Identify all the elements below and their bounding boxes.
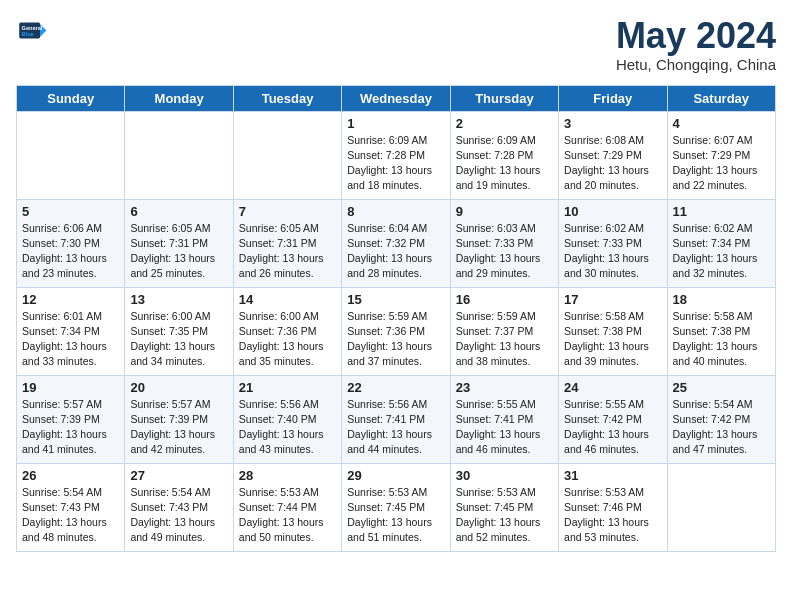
- calendar-table: Sunday Monday Tuesday Wednesday Thursday…: [16, 85, 776, 552]
- day-number: 27: [130, 468, 227, 483]
- col-tuesday: Tuesday: [233, 85, 341, 111]
- day-info: Sunrise: 6:09 AM Sunset: 7:28 PM Dayligh…: [456, 133, 553, 194]
- calendar-cell: 15Sunrise: 5:59 AM Sunset: 7:36 PM Dayli…: [342, 287, 450, 375]
- day-number: 4: [673, 116, 770, 131]
- day-info: Sunrise: 6:08 AM Sunset: 7:29 PM Dayligh…: [564, 133, 661, 194]
- logo: General Blue: [16, 16, 48, 48]
- day-number: 6: [130, 204, 227, 219]
- day-info: Sunrise: 5:54 AM Sunset: 7:42 PM Dayligh…: [673, 397, 770, 458]
- day-info: Sunrise: 5:53 AM Sunset: 7:45 PM Dayligh…: [347, 485, 444, 546]
- day-number: 7: [239, 204, 336, 219]
- calendar-cell: [233, 111, 341, 199]
- col-thursday: Thursday: [450, 85, 558, 111]
- day-info: Sunrise: 5:54 AM Sunset: 7:43 PM Dayligh…: [22, 485, 119, 546]
- calendar-cell: 3Sunrise: 6:08 AM Sunset: 7:29 PM Daylig…: [559, 111, 667, 199]
- day-info: Sunrise: 6:07 AM Sunset: 7:29 PM Dayligh…: [673, 133, 770, 194]
- calendar-cell: 7Sunrise: 6:05 AM Sunset: 7:31 PM Daylig…: [233, 199, 341, 287]
- calendar-cell: 19Sunrise: 5:57 AM Sunset: 7:39 PM Dayli…: [17, 375, 125, 463]
- day-info: Sunrise: 6:05 AM Sunset: 7:31 PM Dayligh…: [239, 221, 336, 282]
- calendar-cell: 26Sunrise: 5:54 AM Sunset: 7:43 PM Dayli…: [17, 463, 125, 551]
- calendar-cell: 17Sunrise: 5:58 AM Sunset: 7:38 PM Dayli…: [559, 287, 667, 375]
- day-number: 12: [22, 292, 119, 307]
- day-number: 11: [673, 204, 770, 219]
- calendar-cell: 12Sunrise: 6:01 AM Sunset: 7:34 PM Dayli…: [17, 287, 125, 375]
- day-info: Sunrise: 5:56 AM Sunset: 7:41 PM Dayligh…: [347, 397, 444, 458]
- calendar-cell: 10Sunrise: 6:02 AM Sunset: 7:33 PM Dayli…: [559, 199, 667, 287]
- day-number: 5: [22, 204, 119, 219]
- calendar-cell: 25Sunrise: 5:54 AM Sunset: 7:42 PM Dayli…: [667, 375, 775, 463]
- col-saturday: Saturday: [667, 85, 775, 111]
- day-info: Sunrise: 6:03 AM Sunset: 7:33 PM Dayligh…: [456, 221, 553, 282]
- calendar-cell: 28Sunrise: 5:53 AM Sunset: 7:44 PM Dayli…: [233, 463, 341, 551]
- calendar-cell: 2Sunrise: 6:09 AM Sunset: 7:28 PM Daylig…: [450, 111, 558, 199]
- day-info: Sunrise: 5:57 AM Sunset: 7:39 PM Dayligh…: [130, 397, 227, 458]
- day-info: Sunrise: 6:00 AM Sunset: 7:35 PM Dayligh…: [130, 309, 227, 370]
- week-row-1: 1Sunrise: 6:09 AM Sunset: 7:28 PM Daylig…: [17, 111, 776, 199]
- calendar-cell: 18Sunrise: 5:58 AM Sunset: 7:38 PM Dayli…: [667, 287, 775, 375]
- day-number: 23: [456, 380, 553, 395]
- col-sunday: Sunday: [17, 85, 125, 111]
- day-info: Sunrise: 6:01 AM Sunset: 7:34 PM Dayligh…: [22, 309, 119, 370]
- day-info: Sunrise: 6:02 AM Sunset: 7:33 PM Dayligh…: [564, 221, 661, 282]
- day-number: 16: [456, 292, 553, 307]
- day-number: 26: [22, 468, 119, 483]
- calendar-cell: 20Sunrise: 5:57 AM Sunset: 7:39 PM Dayli…: [125, 375, 233, 463]
- day-number: 30: [456, 468, 553, 483]
- logo-icon: General Blue: [16, 16, 48, 48]
- day-info: Sunrise: 5:59 AM Sunset: 7:36 PM Dayligh…: [347, 309, 444, 370]
- day-info: Sunrise: 5:57 AM Sunset: 7:39 PM Dayligh…: [22, 397, 119, 458]
- calendar-cell: 31Sunrise: 5:53 AM Sunset: 7:46 PM Dayli…: [559, 463, 667, 551]
- calendar-cell: 6Sunrise: 6:05 AM Sunset: 7:31 PM Daylig…: [125, 199, 233, 287]
- day-info: Sunrise: 5:55 AM Sunset: 7:42 PM Dayligh…: [564, 397, 661, 458]
- calendar-cell: [17, 111, 125, 199]
- svg-text:General: General: [22, 25, 43, 31]
- calendar-cell: 8Sunrise: 6:04 AM Sunset: 7:32 PM Daylig…: [342, 199, 450, 287]
- day-number: 25: [673, 380, 770, 395]
- day-number: 15: [347, 292, 444, 307]
- col-monday: Monday: [125, 85, 233, 111]
- day-info: Sunrise: 5:54 AM Sunset: 7:43 PM Dayligh…: [130, 485, 227, 546]
- day-number: 9: [456, 204, 553, 219]
- calendar-cell: 23Sunrise: 5:55 AM Sunset: 7:41 PM Dayli…: [450, 375, 558, 463]
- day-info: Sunrise: 6:09 AM Sunset: 7:28 PM Dayligh…: [347, 133, 444, 194]
- calendar-cell: 11Sunrise: 6:02 AM Sunset: 7:34 PM Dayli…: [667, 199, 775, 287]
- svg-text:Blue: Blue: [22, 31, 34, 37]
- day-info: Sunrise: 6:04 AM Sunset: 7:32 PM Dayligh…: [347, 221, 444, 282]
- day-info: Sunrise: 6:06 AM Sunset: 7:30 PM Dayligh…: [22, 221, 119, 282]
- day-info: Sunrise: 5:53 AM Sunset: 7:44 PM Dayligh…: [239, 485, 336, 546]
- calendar-cell: 5Sunrise: 6:06 AM Sunset: 7:30 PM Daylig…: [17, 199, 125, 287]
- day-number: 8: [347, 204, 444, 219]
- calendar-cell: 21Sunrise: 5:56 AM Sunset: 7:40 PM Dayli…: [233, 375, 341, 463]
- col-wednesday: Wednesday: [342, 85, 450, 111]
- calendar-cell: 30Sunrise: 5:53 AM Sunset: 7:45 PM Dayli…: [450, 463, 558, 551]
- day-number: 20: [130, 380, 227, 395]
- page-container: General Blue May 2024 Hetu, Chongqing, C…: [0, 0, 792, 560]
- day-info: Sunrise: 6:02 AM Sunset: 7:34 PM Dayligh…: [673, 221, 770, 282]
- day-number: 24: [564, 380, 661, 395]
- day-number: 31: [564, 468, 661, 483]
- calendar-cell: 27Sunrise: 5:54 AM Sunset: 7:43 PM Dayli…: [125, 463, 233, 551]
- calendar-cell: 9Sunrise: 6:03 AM Sunset: 7:33 PM Daylig…: [450, 199, 558, 287]
- day-number: 22: [347, 380, 444, 395]
- day-info: Sunrise: 5:53 AM Sunset: 7:46 PM Dayligh…: [564, 485, 661, 546]
- calendar-cell: [125, 111, 233, 199]
- day-info: Sunrise: 5:58 AM Sunset: 7:38 PM Dayligh…: [564, 309, 661, 370]
- calendar-cell: 29Sunrise: 5:53 AM Sunset: 7:45 PM Dayli…: [342, 463, 450, 551]
- day-info: Sunrise: 5:56 AM Sunset: 7:40 PM Dayligh…: [239, 397, 336, 458]
- calendar-cell: 14Sunrise: 6:00 AM Sunset: 7:36 PM Dayli…: [233, 287, 341, 375]
- day-info: Sunrise: 6:05 AM Sunset: 7:31 PM Dayligh…: [130, 221, 227, 282]
- day-number: 10: [564, 204, 661, 219]
- day-info: Sunrise: 6:00 AM Sunset: 7:36 PM Dayligh…: [239, 309, 336, 370]
- week-row-3: 12Sunrise: 6:01 AM Sunset: 7:34 PM Dayli…: [17, 287, 776, 375]
- calendar-cell: 24Sunrise: 5:55 AM Sunset: 7:42 PM Dayli…: [559, 375, 667, 463]
- day-number: 14: [239, 292, 336, 307]
- title-block: May 2024 Hetu, Chongqing, China: [616, 16, 776, 73]
- day-number: 13: [130, 292, 227, 307]
- day-info: Sunrise: 5:55 AM Sunset: 7:41 PM Dayligh…: [456, 397, 553, 458]
- calendar-cell: [667, 463, 775, 551]
- calendar-cell: 13Sunrise: 6:00 AM Sunset: 7:35 PM Dayli…: [125, 287, 233, 375]
- day-number: 18: [673, 292, 770, 307]
- week-row-5: 26Sunrise: 5:54 AM Sunset: 7:43 PM Dayli…: [17, 463, 776, 551]
- calendar-cell: 22Sunrise: 5:56 AM Sunset: 7:41 PM Dayli…: [342, 375, 450, 463]
- location: Hetu, Chongqing, China: [616, 56, 776, 73]
